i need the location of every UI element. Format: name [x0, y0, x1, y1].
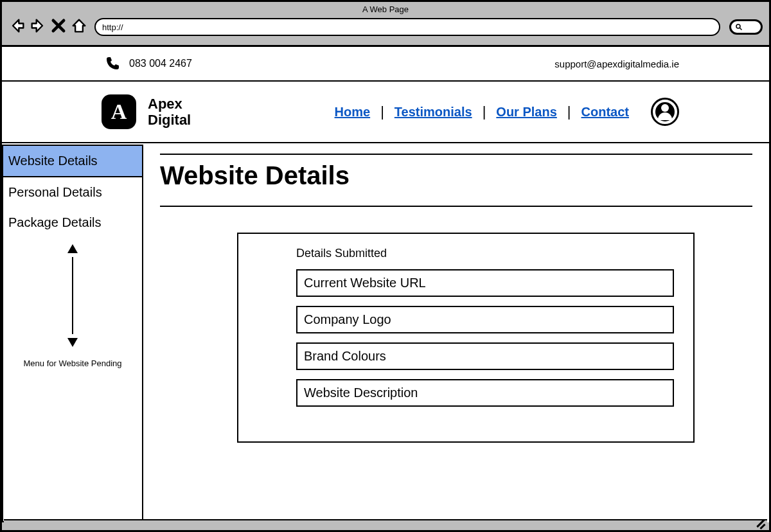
- sidebar-item-personal-details[interactable]: Personal Details: [3, 177, 142, 208]
- nav-contact[interactable]: Contact: [581, 105, 629, 120]
- back-icon[interactable]: [8, 17, 26, 37]
- field-brand-colours[interactable]: Brand Colours: [296, 342, 674, 370]
- nav-home[interactable]: Home: [335, 105, 371, 120]
- sidebar-item-label: Package Details: [8, 215, 102, 229]
- nav-our-plans[interactable]: Our Plans: [496, 105, 556, 120]
- phone-number: 083 004 2467: [129, 58, 192, 69]
- site-header: A Apex Digital Home | Testimonials | Our…: [2, 82, 769, 143]
- sidebar-item-website-details[interactable]: Website Details: [3, 146, 142, 177]
- logo-line-2: Digital: [148, 112, 191, 128]
- arrow-up-icon: [67, 244, 78, 253]
- phone-contact: 083 004 2467: [105, 56, 192, 71]
- sidebar-scroll-indicator: Menu for Website Pending: [3, 244, 142, 368]
- url-input[interactable]: [94, 18, 720, 36]
- home-icon[interactable]: [70, 17, 88, 37]
- sidebar: Website Details Personal Details Package…: [2, 145, 143, 522]
- person-icon: [655, 102, 675, 121]
- stop-icon[interactable]: [49, 17, 67, 37]
- support-email[interactable]: support@apexdigitalmedia.ie: [554, 58, 679, 69]
- field-label: Brand Colours: [304, 349, 386, 363]
- page-title: Website Details: [160, 155, 752, 195]
- browser-chrome: A Web Page: [2, 2, 769, 47]
- search-icon: [735, 23, 743, 31]
- phone-icon: [105, 56, 120, 71]
- logo-line-1: Apex: [148, 96, 191, 112]
- arrow-down-icon: [67, 338, 78, 347]
- search-button[interactable]: [729, 19, 763, 35]
- main-body: Website Details Personal Details Package…: [2, 143, 769, 522]
- logo-mark: A: [102, 94, 136, 129]
- sidebar-item-package-details[interactable]: Package Details: [3, 208, 142, 238]
- page-content: 083 004 2467 support@apexdigitalmedia.ie…: [2, 47, 769, 522]
- field-current-website-url[interactable]: Current Website URL: [296, 269, 674, 297]
- field-label: Website Description: [304, 386, 418, 400]
- logo-text: Apex Digital: [148, 96, 191, 129]
- field-label: Company Logo: [304, 312, 391, 326]
- main-nav: Home | Testimonials | Our Plans | Contac…: [335, 98, 679, 126]
- browser-window: A Web Page 083 004 2467: [0, 0, 771, 532]
- field-website-description[interactable]: Website Description: [296, 379, 674, 407]
- nav-separator: |: [567, 103, 571, 120]
- sidebar-item-label: Personal Details: [8, 185, 102, 199]
- status-bar: [4, 519, 767, 528]
- nav-testimonials[interactable]: Testimonials: [394, 105, 472, 120]
- resize-grip-icon[interactable]: [754, 517, 765, 527]
- arrow-line: [72, 257, 73, 334]
- panel-label: Details Submitted: [296, 247, 674, 260]
- nav-separator: |: [380, 103, 384, 120]
- horizontal-rule: [160, 206, 752, 207]
- top-contact-bar: 083 004 2467 support@apexdigitalmedia.ie: [2, 47, 769, 82]
- svg-line-1: [740, 28, 742, 30]
- details-submitted-panel: Details Submitted Current Website URL Co…: [237, 233, 695, 443]
- sidebar-note: Menu for Website Pending: [24, 359, 122, 368]
- main-panel: Website Details Details Submitted Curren…: [143, 143, 769, 522]
- forward-icon[interactable]: [29, 17, 47, 37]
- account-avatar[interactable]: [651, 98, 679, 126]
- browser-controls: [2, 14, 769, 41]
- logo[interactable]: A Apex Digital: [102, 94, 191, 129]
- nav-separator: |: [483, 103, 486, 120]
- field-company-logo[interactable]: Company Logo: [296, 306, 674, 333]
- field-label: Current Website URL: [304, 276, 426, 290]
- sidebar-item-label: Website Details: [8, 154, 98, 168]
- svg-point-0: [736, 24, 740, 28]
- browser-title: A Web Page: [2, 2, 769, 14]
